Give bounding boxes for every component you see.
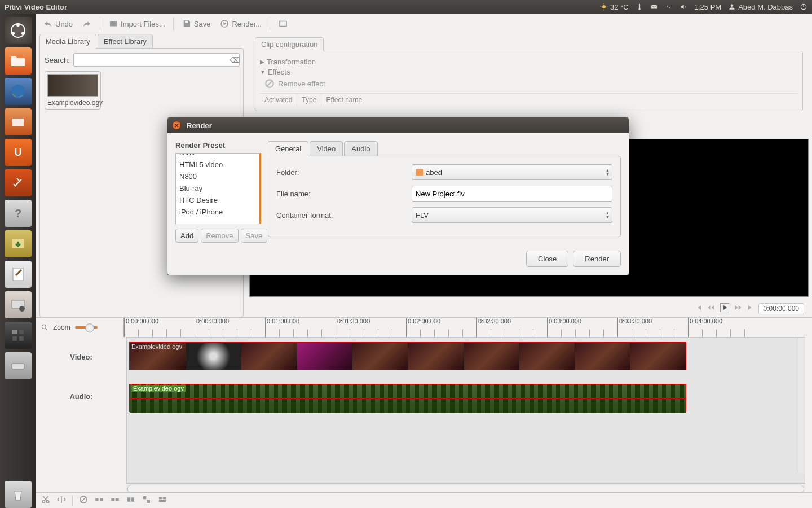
save-button[interactable]: Save [178,17,214,30]
ruler-mark: 0:01:00.000 [265,318,299,337]
tab-effect-library[interactable]: Effect Library [98,34,153,49]
folder-label: Folder: [276,168,412,177]
thermometer-icon[interactable] [636,3,643,11]
firefox-icon[interactable] [5,78,32,105]
svg-point-21 [19,306,25,312]
user-menu[interactable]: Abed M. Dabbas [728,3,793,11]
text-editor-icon[interactable] [5,261,32,288]
preset-item[interactable]: HTML5 video [176,159,259,170]
svg-text:?: ? [15,207,21,220]
preset-item[interactable]: DVD [176,153,259,159]
zoom-control[interactable]: Zoom [36,323,123,331]
audio-track-label: Audio: [36,376,126,416]
preset-list[interactable]: DVDHTML5 videoN800Blu-rayHTC DesireiPod … [175,153,261,224]
container-field[interactable]: FLV ▲▼ [412,207,612,223]
clear-search-icon[interactable]: ⌫ [230,56,239,64]
tab-audio[interactable]: Audio [344,141,377,156]
align-tool-icon[interactable] [157,494,167,507]
software-center-icon[interactable] [5,108,32,135]
svg-point-13 [21,32,25,35]
filename-field[interactable] [412,186,612,202]
tab-video[interactable]: Video [310,141,343,156]
media-item[interactable]: Examplevideo.ogv [45,71,101,110]
preset-remove-button: Remove [201,229,238,243]
timeline-tracks[interactable]: Examplevideo.ogv Examplevideo.ogv [126,337,805,483]
remove-effect-button: Remove effect [264,78,798,89]
clip-config-tab[interactable]: Clip configuration [255,37,324,51]
import-button[interactable]: Import Files... [105,17,169,30]
link-tool-icon[interactable] [110,494,120,507]
video-clip[interactable]: Examplevideo.ogv [129,342,686,370]
group-tool-icon[interactable] [126,494,136,507]
svg-rect-26 [12,364,24,369]
svg-rect-51 [159,500,166,502]
delete-tool-icon[interactable] [78,494,89,507]
dash-icon[interactable] [5,17,32,44]
forbidden-icon [264,78,275,89]
skip-fwd-icon[interactable] [746,303,755,314]
power-icon[interactable] [800,3,807,11]
rewind-icon[interactable] [707,303,716,314]
dialog-titlebar[interactable]: ✕ Render [167,117,629,133]
weather-indicator[interactable]: 32 °C [600,3,629,11]
ungroup-tool-icon[interactable] [142,494,152,507]
dialog-render-button[interactable]: Render [573,251,621,267]
timecode-display[interactable]: 0:00:00.000 [758,303,804,314]
play-button[interactable] [719,302,730,316]
tab-general[interactable]: General [268,141,308,156]
mail-icon[interactable] [650,3,658,11]
audio-clip[interactable]: Examplevideo.ogv [129,384,686,412]
preset-item[interactable]: iPod / iPhone [176,206,259,218]
pitivi-icon[interactable] [5,291,32,318]
transformation-expander[interactable]: ▶Transformation [260,58,798,66]
preset-item[interactable]: Blu-ray [176,182,259,194]
files-icon[interactable] [5,47,32,75]
screenshot-button[interactable] [275,17,292,30]
svg-point-15 [11,85,25,98]
svg-point-6 [638,8,641,10]
media-thumbnail [47,74,98,97]
preset-heading: Render Preset [175,141,261,150]
help-icon[interactable]: ? [5,200,32,227]
effects-expander[interactable]: ▼Effects [260,68,798,76]
volume-icon[interactable] [679,3,687,11]
skip-back-icon[interactable] [694,303,703,314]
drive-icon[interactable] [5,352,32,379]
timeline-vscroll[interactable] [798,338,805,474]
ruler-mark: 0:00:30.000 [195,318,229,337]
zoom-slider[interactable] [75,326,98,329]
folder-field[interactable]: abed ▲▼ [412,164,612,180]
svg-text:U: U [15,147,22,158]
network-icon[interactable] [665,3,673,11]
dialog-close-button[interactable]: Close [526,251,568,267]
settings-icon[interactable] [5,169,32,196]
split-tool-icon[interactable] [56,494,67,507]
tab-media-library[interactable]: Media Library [39,34,96,49]
clock[interactable]: 1:25 PM [694,3,721,11]
timeline-ruler[interactable]: 0:00:00.0000:00:30.0000:01:00.0000:01:30… [123,318,805,337]
preset-item[interactable]: N800 [176,170,259,182]
downloads-icon[interactable] [5,230,32,257]
svg-rect-45 [127,497,130,502]
trash-icon[interactable] [5,481,32,508]
svg-rect-47 [143,496,146,499]
search-input[interactable] [73,53,240,67]
timeline-hscroll[interactable] [126,483,805,492]
svg-rect-31 [280,21,286,27]
ubuntu-one-icon[interactable]: U [5,139,32,166]
unlink-tool-icon[interactable] [94,494,104,507]
undo-button[interactable]: Undo [39,17,76,30]
render-button[interactable]: Render... [216,17,265,30]
workspace-icon[interactable] [5,322,32,349]
preset-item[interactable]: HTC Desire [176,194,259,206]
effects-table-header: Activated Type Effect name [260,93,798,106]
timeline: Zoom 0:00:00.0000:00:30.0000:01:00.0000:… [36,317,812,492]
cut-tool-icon[interactable] [41,494,51,507]
forward-icon[interactable] [734,303,743,314]
preset-add-button[interactable]: Add [175,229,198,243]
svg-rect-23 [19,330,24,334]
close-icon[interactable]: ✕ [172,121,181,130]
ruler-mark: 0:03:00.000 [547,318,581,337]
redo-button[interactable] [78,17,95,30]
filename-input[interactable] [416,190,608,198]
